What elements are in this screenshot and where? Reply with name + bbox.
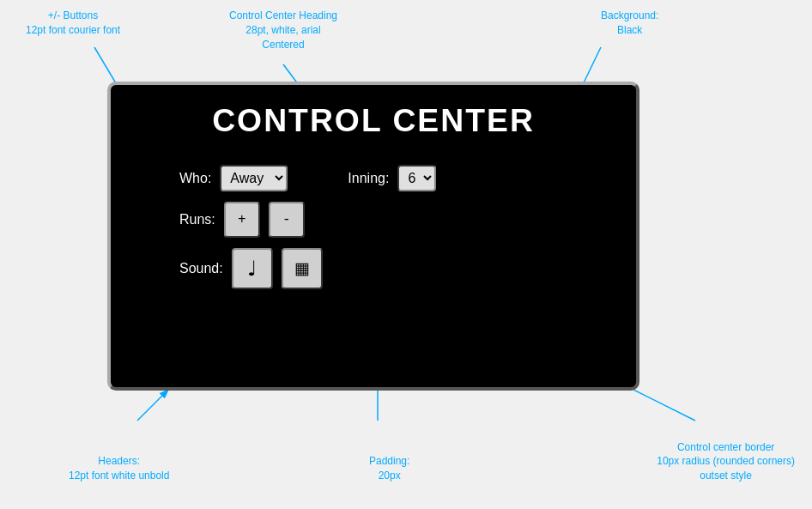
annotation-padding: Padding: 20px	[369, 454, 409, 483]
panel-wrapper: CONTROL CENTER Who: Away Home Inning: 12…	[60, 52, 687, 421]
sound1-button[interactable]: ♩	[232, 248, 273, 289]
inning-select[interactable]: 12345 6789	[397, 165, 436, 191]
sound2-button[interactable]: ▦	[282, 248, 323, 289]
sound2-icon: ▦	[294, 259, 310, 278]
control-center-heading: CONTROL CENTER	[212, 102, 535, 139]
annotation-border: Control center border 10px radius (round…	[657, 440, 795, 483]
who-select[interactable]: Away Home	[220, 165, 288, 191]
inning-label: Inning:	[348, 171, 389, 186]
annotation-background: Background: Black	[601, 9, 658, 38]
sound1-icon: ♩	[247, 257, 257, 281]
annotation-heading: Control Center Heading 28pt, white, aria…	[229, 9, 337, 52]
annotation-headers: Headers: 12pt font white unbold	[69, 454, 169, 483]
annotation-plus-buttons: +/- Buttons 12pt font courier font	[26, 9, 120, 38]
plus-button[interactable]: +	[224, 202, 260, 238]
who-label: Who:	[179, 171, 211, 186]
sound-label: Sound:	[179, 261, 223, 276]
control-center-panel: CONTROL CENTER Who: Away Home Inning: 12…	[107, 82, 639, 391]
minus-button[interactable]: -	[269, 202, 305, 238]
runs-label: Runs:	[179, 212, 215, 227]
